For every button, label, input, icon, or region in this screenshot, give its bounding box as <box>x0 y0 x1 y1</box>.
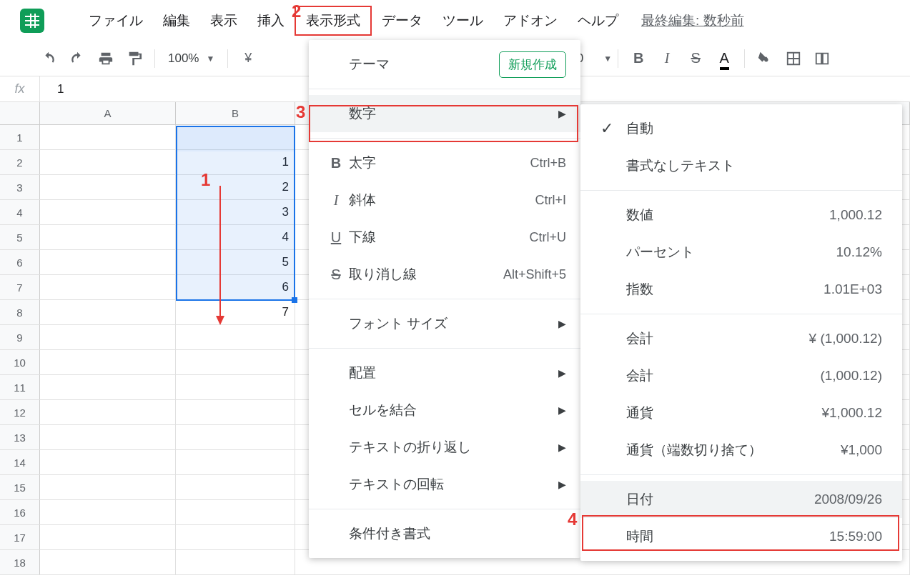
borders-button[interactable] <box>781 46 806 71</box>
cell[interactable] <box>40 325 176 349</box>
fill-color-button[interactable] <box>753 46 777 71</box>
cell[interactable] <box>40 125 176 149</box>
cell[interactable]: 2 <box>176 175 295 199</box>
strike-button[interactable]: S <box>683 46 708 71</box>
menu-underline[interactable]: U下線Ctrl+U <box>309 219 580 256</box>
menu-strike[interactable]: S取り消し線Alt+Shift+5 <box>309 256 580 293</box>
cell[interactable]: 4 <box>176 225 295 249</box>
menu-format[interactable]: 表示形式 <box>295 6 372 36</box>
cell[interactable]: 6 <box>176 275 295 299</box>
italic-button[interactable]: I <box>655 46 679 71</box>
cell[interactable]: 1 <box>176 150 295 174</box>
row-header[interactable]: 17 <box>0 525 40 549</box>
row-header[interactable]: 10 <box>0 350 40 374</box>
menu-merge[interactable]: セルを結合▶ <box>309 392 580 429</box>
cell[interactable] <box>40 225 176 249</box>
menu-bold[interactable]: B太字Ctrl+B <box>309 144 580 181</box>
row-header[interactable]: 3 <box>0 175 40 199</box>
cell[interactable] <box>40 525 176 549</box>
numfmt-currency[interactable]: 通貨¥1,000.12 <box>580 394 902 432</box>
row-header[interactable]: 11 <box>0 375 40 399</box>
cell[interactable] <box>176 475 295 499</box>
menu-data[interactable]: データ <box>372 7 432 34</box>
cell[interactable] <box>176 425 295 449</box>
numfmt-auto[interactable]: ✓自動 <box>580 110 902 147</box>
cell[interactable] <box>176 550 295 574</box>
menu-fontsize[interactable]: フォント サイズ▶ <box>309 305 580 342</box>
merge-button[interactable] <box>810 46 834 71</box>
cell[interactable] <box>176 325 295 349</box>
select-all-corner[interactable] <box>0 102 40 124</box>
row-header[interactable]: 12 <box>0 400 40 424</box>
cell[interactable] <box>40 450 176 474</box>
cell[interactable] <box>40 375 176 399</box>
menu-view[interactable]: 表示 <box>200 7 247 34</box>
text-color-button[interactable]: A <box>712 46 736 71</box>
cell[interactable] <box>176 125 295 149</box>
row-header[interactable]: 7 <box>0 275 40 299</box>
row-header[interactable]: 6 <box>0 250 40 274</box>
cell[interactable] <box>176 450 295 474</box>
cell[interactable] <box>40 200 176 224</box>
row-header[interactable]: 5 <box>0 225 40 249</box>
numfmt-accounting2[interactable]: 会計(1,000.12) <box>580 357 902 394</box>
row-header[interactable]: 13 <box>0 425 40 449</box>
col-header-B[interactable]: B <box>176 102 295 124</box>
cell[interactable] <box>176 525 295 549</box>
row-header[interactable]: 9 <box>0 325 40 349</box>
paint-format-button[interactable] <box>122 46 147 71</box>
menu-theme[interactable]: テーマ 新規作成 <box>309 46 580 83</box>
cell[interactable] <box>40 550 176 574</box>
menu-edit[interactable]: 編集 <box>153 7 200 34</box>
row-header[interactable]: 16 <box>0 500 40 524</box>
bold-button[interactable]: B <box>626 46 651 71</box>
row-header[interactable]: 18 <box>0 550 40 574</box>
last-edit-link[interactable]: 最終編集: 数秒前 <box>641 11 744 30</box>
row-header[interactable]: 14 <box>0 450 40 474</box>
cell[interactable] <box>40 350 176 374</box>
menu-help[interactable]: ヘルプ <box>568 7 628 34</box>
numfmt-number[interactable]: 数値1,000.12 <box>580 196 902 234</box>
cell[interactable] <box>40 500 176 524</box>
redo-button[interactable] <box>65 46 89 71</box>
row-header[interactable]: 8 <box>0 300 40 324</box>
menu-file[interactable]: ファイル <box>79 7 153 34</box>
menu-number[interactable]: 数字▶ <box>309 95 580 132</box>
row-header[interactable]: 1 <box>0 125 40 149</box>
numfmt-percent[interactable]: パーセント10.12% <box>580 234 902 271</box>
formula-input[interactable]: 1 <box>40 82 64 96</box>
menu-addons[interactable]: アドオン <box>493 7 568 34</box>
numfmt-accounting1[interactable]: 会計¥ (1,000.12) <box>580 320 902 357</box>
col-header-A[interactable]: A <box>40 102 176 124</box>
menu-align[interactable]: 配置▶ <box>309 354 580 392</box>
cell[interactable]: 5 <box>176 250 295 274</box>
menu-insert[interactable]: 挿入 <box>247 7 295 34</box>
numfmt-date[interactable]: 日付2008/09/26 <box>580 481 902 518</box>
undo-button[interactable] <box>36 46 61 71</box>
row-header[interactable]: 2 <box>0 150 40 174</box>
menu-conditional[interactable]: 条件付き書式 <box>309 515 580 552</box>
menu-rotate[interactable]: テキストの回転▶ <box>309 466 580 503</box>
cell[interactable] <box>40 175 176 199</box>
cell[interactable] <box>40 300 176 324</box>
cell[interactable] <box>40 425 176 449</box>
cell[interactable] <box>40 150 176 174</box>
cell[interactable] <box>176 375 295 399</box>
cell[interactable] <box>176 400 295 424</box>
row-header[interactable]: 15 <box>0 475 40 499</box>
cell[interactable] <box>176 500 295 524</box>
cell[interactable] <box>40 250 176 274</box>
cell[interactable] <box>40 400 176 424</box>
cell[interactable] <box>40 275 176 299</box>
cell[interactable] <box>176 350 295 374</box>
print-button[interactable] <box>94 46 118 71</box>
menu-tools[interactable]: ツール <box>432 7 493 34</box>
numfmt-time[interactable]: 時間15:59:00 <box>580 518 902 555</box>
numfmt-scientific[interactable]: 指数1.01E+03 <box>580 271 902 308</box>
numfmt-currency-round[interactable]: 通貨（端数切り捨て）¥1,000 <box>580 432 902 469</box>
menu-italic[interactable]: I斜体Ctrl+I <box>309 181 580 219</box>
row-header[interactable]: 4 <box>0 200 40 224</box>
numfmt-plain[interactable]: 書式なしテキスト <box>580 147 902 184</box>
cell[interactable]: 3 <box>176 200 295 224</box>
cell[interactable]: 7 <box>176 300 295 324</box>
